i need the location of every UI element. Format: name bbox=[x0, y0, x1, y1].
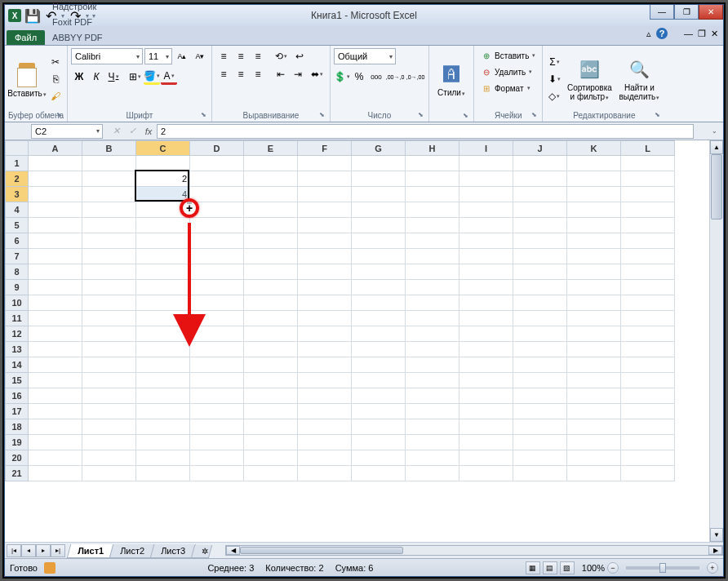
cell-C9[interactable] bbox=[136, 280, 190, 295]
col-header-K[interactable]: K bbox=[567, 141, 621, 156]
cell-B1[interactable] bbox=[82, 156, 136, 171]
align-bottom-button[interactable]: ≡ bbox=[250, 48, 266, 64]
cell-H15[interactable] bbox=[406, 373, 459, 388]
clear-button[interactable]: ◇▾ bbox=[546, 88, 562, 104]
cell-D4[interactable] bbox=[190, 202, 244, 218]
cell-D13[interactable] bbox=[190, 342, 244, 357]
cell-K13[interactable] bbox=[567, 342, 621, 357]
cell-D19[interactable] bbox=[190, 435, 244, 450]
maximize-button[interactable]: ❐ bbox=[674, 5, 699, 20]
cell-K3[interactable] bbox=[567, 187, 621, 202]
format-cells-button[interactable]: ⊞Формат▾ bbox=[477, 81, 539, 95]
formula-input[interactable]: 2 bbox=[157, 124, 694, 139]
col-header-I[interactable]: I bbox=[459, 141, 513, 156]
font-size-select[interactable]: 11 bbox=[144, 48, 172, 64]
cell-D8[interactable] bbox=[190, 264, 244, 280]
cell-F14[interactable] bbox=[298, 357, 352, 373]
cell-D7[interactable] bbox=[190, 249, 244, 264]
cell-B18[interactable] bbox=[82, 419, 136, 435]
cell-E3[interactable] bbox=[244, 187, 298, 202]
cell-L8[interactable] bbox=[621, 264, 675, 280]
find-select-button[interactable]: 🔍 Найти и выделить▾ bbox=[616, 48, 662, 110]
cell-I3[interactable] bbox=[459, 187, 513, 202]
scroll-up-button[interactable]: ▲ bbox=[710, 140, 723, 154]
cell-E8[interactable] bbox=[244, 264, 298, 280]
sheet-last-button[interactable]: ▸| bbox=[51, 544, 65, 557]
cell-I6[interactable] bbox=[459, 233, 513, 249]
align-right-button[interactable]: ≡ bbox=[250, 66, 266, 82]
cell-D5[interactable] bbox=[190, 218, 244, 233]
cell-L11[interactable] bbox=[621, 311, 675, 326]
cell-B7[interactable] bbox=[82, 249, 136, 264]
cell-L5[interactable] bbox=[621, 218, 675, 233]
cell-K8[interactable] bbox=[567, 264, 621, 280]
tab-foxit pdf[interactable]: Foxit PDF bbox=[47, 14, 109, 29]
doc-minimize[interactable]: — bbox=[684, 29, 693, 38]
cell-H18[interactable] bbox=[406, 419, 459, 435]
cell-K14[interactable] bbox=[567, 357, 621, 373]
font-name-select[interactable]: Calibri bbox=[71, 48, 143, 64]
cell-I21[interactable] bbox=[459, 466, 513, 481]
cell-F15[interactable] bbox=[298, 373, 352, 388]
cell-L17[interactable] bbox=[621, 404, 675, 419]
underline-button[interactable]: Ч▾ bbox=[105, 69, 122, 85]
cell-K6[interactable] bbox=[567, 233, 621, 249]
cell-J1[interactable] bbox=[513, 156, 567, 171]
cell-A6[interactable] bbox=[29, 233, 82, 249]
horizontal-scrollbar[interactable]: ◀ ▶ bbox=[225, 545, 723, 556]
cell-I18[interactable] bbox=[459, 419, 513, 435]
cell-D21[interactable] bbox=[190, 466, 244, 481]
cell-K11[interactable] bbox=[567, 311, 621, 326]
cell-L18[interactable] bbox=[621, 419, 675, 435]
cut-button[interactable]: ✂ bbox=[47, 54, 64, 70]
cell-C1[interactable] bbox=[136, 156, 190, 171]
cell-E17[interactable] bbox=[244, 404, 298, 419]
cell-L1[interactable] bbox=[621, 156, 675, 171]
cell-J15[interactable] bbox=[513, 373, 567, 388]
cell-I8[interactable] bbox=[459, 264, 513, 280]
cell-H20[interactable] bbox=[406, 450, 459, 466]
cell-E10[interactable] bbox=[244, 295, 298, 311]
cell-G18[interactable] bbox=[352, 419, 406, 435]
cell-K7[interactable] bbox=[567, 249, 621, 264]
cell-F8[interactable] bbox=[298, 264, 352, 280]
cell-J2[interactable] bbox=[513, 171, 567, 187]
row-header-19[interactable]: 19 bbox=[6, 435, 29, 450]
cell-G3[interactable] bbox=[352, 187, 406, 202]
vscroll-track[interactable] bbox=[710, 154, 723, 528]
cell-D6[interactable] bbox=[190, 233, 244, 249]
cell-G7[interactable] bbox=[352, 249, 406, 264]
cell-F10[interactable] bbox=[298, 295, 352, 311]
cell-I16[interactable] bbox=[459, 388, 513, 404]
cell-E4[interactable] bbox=[244, 202, 298, 218]
cell-I1[interactable] bbox=[459, 156, 513, 171]
cell-E20[interactable] bbox=[244, 450, 298, 466]
zoom-out-button[interactable]: − bbox=[607, 562, 619, 574]
col-header-J[interactable]: J bbox=[513, 141, 567, 156]
cell-I9[interactable] bbox=[459, 280, 513, 295]
cell-A16[interactable] bbox=[29, 388, 82, 404]
decrease-indent-button[interactable]: ⇤ bbox=[273, 66, 289, 82]
comma-button[interactable]: 000 bbox=[368, 69, 384, 85]
row-header-5[interactable]: 5 bbox=[6, 218, 29, 233]
sheet-tab-Лист1[interactable]: Лист1 bbox=[67, 544, 115, 558]
cell-K17[interactable] bbox=[567, 404, 621, 419]
formula-bar-expand[interactable]: ⌄ bbox=[708, 127, 720, 135]
vscroll-thumb[interactable] bbox=[711, 154, 722, 220]
cell-B13[interactable] bbox=[82, 342, 136, 357]
cell-A1[interactable] bbox=[29, 156, 82, 171]
cell-C8[interactable] bbox=[136, 264, 190, 280]
row-header-7[interactable]: 7 bbox=[6, 249, 29, 264]
font-color-button[interactable]: A▾ bbox=[161, 69, 177, 85]
border-button[interactable]: ⊞▾ bbox=[127, 69, 143, 85]
cell-B6[interactable] bbox=[82, 233, 136, 249]
cell-A12[interactable] bbox=[29, 326, 82, 342]
align-top-button[interactable]: ≡ bbox=[215, 48, 232, 64]
cell-E2[interactable] bbox=[244, 171, 298, 187]
cell-F21[interactable] bbox=[298, 466, 352, 481]
cell-A15[interactable] bbox=[29, 373, 82, 388]
cell-J19[interactable] bbox=[513, 435, 567, 450]
sheet-next-button[interactable]: ▸ bbox=[36, 544, 51, 557]
cell-H1[interactable] bbox=[406, 156, 459, 171]
cell-C16[interactable] bbox=[136, 388, 190, 404]
